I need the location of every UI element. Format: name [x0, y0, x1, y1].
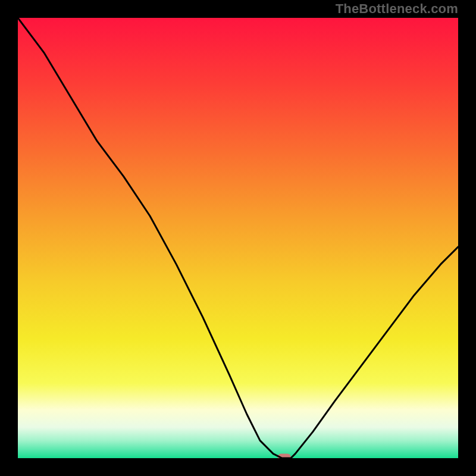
chart-container: TheBottleneck.com — [0, 0, 476, 476]
gradient-background — [18, 18, 458, 458]
plot-area — [18, 18, 458, 458]
watermark-text: TheBottleneck.com — [336, 1, 458, 17]
chart-svg — [18, 18, 458, 458]
